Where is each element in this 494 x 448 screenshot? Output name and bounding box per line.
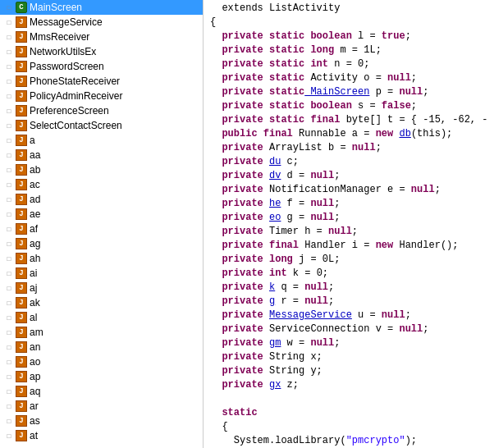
code-token[interactable]: db (399, 128, 410, 139)
code-token[interactable]: eo (269, 212, 281, 223)
tree-item-ad[interactable]: □Jad (0, 192, 203, 207)
code-token: Handler i = (299, 240, 376, 251)
code-token: private (210, 226, 263, 237)
code-token: ; (352, 226, 358, 237)
expand-icon: □ (3, 341, 15, 353)
tree-item-at[interactable]: □Jat (0, 428, 203, 443)
code-line: private static Activity o = null; (210, 71, 494, 85)
tree-item-aj[interactable]: □Jaj (0, 281, 203, 295)
code-token: ; (334, 170, 340, 181)
tree-item-ae[interactable]: □Jae (0, 207, 203, 222)
code-token: private static boolean (210, 30, 352, 42)
tree-item-ag[interactable]: □Jag (0, 236, 203, 251)
tree-item-ab[interactable]: □Jab (0, 162, 203, 177)
java-icon: J (15, 252, 28, 265)
tree-item-label: aj (30, 282, 37, 294)
code-line: private static final byte[] t = { -15, -… (210, 113, 494, 127)
code-token[interactable]: he (269, 198, 281, 209)
tree-item-ai[interactable]: □Jai (0, 266, 203, 281)
code-token: System.loadLibrary( (210, 435, 346, 446)
code-token: static (210, 407, 258, 418)
code-token: ; (405, 30, 411, 42)
code-token: null (304, 295, 328, 307)
tree-item-al[interactable]: □Jal (0, 310, 203, 325)
code-token: { (210, 421, 228, 432)
tree-item-selectcontactscreen[interactable]: □JSelectContactScreen (0, 118, 203, 133)
java-icon: J (15, 178, 28, 191)
code-line: private ArrayList b = null; (210, 141, 494, 155)
code-token: w = (281, 337, 310, 349)
tree-item-label: ak (30, 297, 40, 309)
tree-item-policyadminreceiver[interactable]: □JPolicyAdminReceiver (0, 89, 203, 103)
code-line: extends ListActivity (210, 2, 494, 16)
tree-item-aa[interactable]: □Jaa (0, 148, 203, 162)
code-token: private (210, 142, 263, 153)
java-icon: J (15, 414, 28, 427)
code-token: new (376, 128, 394, 139)
code-line: private long j = 0L; (210, 253, 494, 267)
java-icon: J (15, 104, 28, 117)
tree-item-messageservice[interactable]: □JMessageService (0, 15, 203, 30)
expand-icon: □ (3, 194, 15, 205)
tree-item-am[interactable]: □Jam (0, 325, 203, 340)
tree-item-ac[interactable]: □Jac (0, 177, 203, 192)
code-token (263, 170, 269, 181)
tree-item-passwordscreen[interactable]: □JPasswordScreen (0, 59, 203, 74)
tree-item-ao[interactable]: □Jao (0, 354, 203, 369)
java-icon: J (15, 60, 28, 73)
code-token[interactable]: MainScreen (304, 86, 369, 98)
code-token: ServiceConnection v = (263, 323, 400, 335)
tree-item-mmsreceiver[interactable]: □JMmsReceiver (0, 30, 203, 44)
tree-item-networkutilsex[interactable]: □JNetworkUtilsEx (0, 44, 203, 59)
class-tree: □CMainScreen□JMessageService□JMmsReceive… (0, 0, 204, 448)
code-token: q = (275, 281, 304, 293)
code-token (263, 379, 269, 391)
code-token: j = 0L; (293, 254, 341, 265)
code-line: private he f = null; (210, 197, 494, 211)
tree-item-af[interactable]: □Jaf (0, 222, 203, 236)
code-line: System.loadLibrary("pmcrypto"); (210, 434, 494, 448)
tree-item-as[interactable]: □Jas (0, 414, 203, 428)
code-token: l = (352, 30, 382, 42)
code-token: ; (435, 184, 441, 195)
tree-item-label: ar (30, 400, 39, 412)
tree-item-ah[interactable]: □Jah (0, 251, 203, 266)
tree-item-preferencescreen[interactable]: □JPreferenceScreen (0, 103, 203, 118)
code-token[interactable]: MessageService (269, 309, 352, 321)
code-line: private String x; (210, 350, 494, 364)
code-token: private static (210, 72, 304, 84)
tree-item-mainscreen[interactable]: □CMainScreen (0, 0, 203, 15)
code-line: private Timer h = null; (210, 225, 494, 239)
java-icon: J (15, 326, 28, 339)
tree-item-label: ag (30, 238, 40, 249)
tree-item-phonestatereceiver[interactable]: □JPhoneStateReceiver (0, 74, 203, 89)
tree-item-label: am (30, 327, 43, 338)
code-token: byte[] t = { -15, -62, - (340, 114, 487, 126)
code-token[interactable]: gm (269, 337, 281, 349)
code-line: private static boolean s = false; (210, 99, 494, 113)
code-token: null (304, 281, 328, 293)
code-token: f = (281, 198, 310, 209)
code-token: s = (352, 100, 382, 112)
code-token[interactable]: du (269, 156, 281, 167)
code-token: ; (423, 323, 428, 335)
tree-item-ak[interactable]: □Jak (0, 295, 203, 310)
code-token: private static long (210, 44, 334, 56)
java-icon: J (15, 237, 28, 250)
tree-item-ar[interactable]: □Jar (0, 399, 203, 414)
code-token: String y; (263, 365, 322, 377)
code-token[interactable]: dv (269, 170, 281, 181)
tree-item-ap[interactable]: □Jap (0, 369, 203, 384)
expand-icon: □ (3, 386, 15, 397)
tree-item-label: PreferenceScreen (30, 105, 109, 117)
tree-item-an[interactable]: □Jan (0, 340, 203, 354)
code-token[interactable]: gx (269, 379, 281, 391)
tree-item-aq[interactable]: □Jaq (0, 384, 203, 399)
code-line (210, 392, 494, 406)
code-token: private (210, 365, 263, 377)
tree-item-label: ac (30, 179, 40, 190)
tree-item-a[interactable]: □Ja (0, 133, 203, 148)
tree-item-label: an (30, 341, 40, 353)
tree-item-label: at (30, 430, 38, 441)
expand-icon: □ (3, 179, 15, 190)
